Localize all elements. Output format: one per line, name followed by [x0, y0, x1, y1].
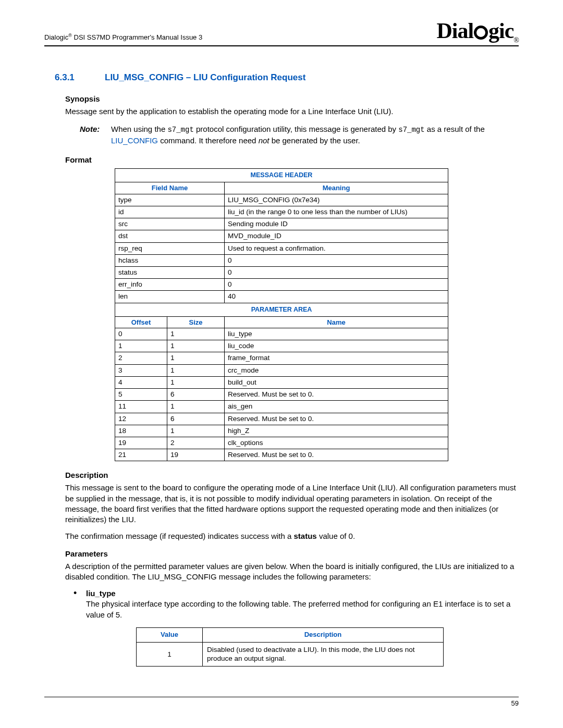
brand-logo: Dialgic® [436, 20, 519, 44]
name-cell: clk_options [225, 437, 448, 449]
table-row: 192clk_options [115, 437, 448, 449]
note-link[interactable]: LIU_CONFIG [111, 136, 158, 145]
name-cell: liu_code [225, 340, 448, 352]
table-row: hclass0 [115, 254, 448, 266]
meaning-cell: 0 [225, 254, 448, 266]
offset-cell: 5 [115, 389, 167, 401]
synopsis-heading: Synopsis [65, 94, 519, 103]
name-cell: Reserved. Must be set to 0. [225, 413, 448, 425]
field-name-cell: hclass [115, 254, 225, 266]
description-heading: Description [65, 471, 519, 479]
doc-title: Dialogic® DSI SS7MD Programmer's Manual … [44, 33, 202, 44]
note-t3: as a result of the [425, 125, 485, 133]
name-cell: build_out [225, 376, 448, 388]
table-row: typeLIU_MSG_CONFIG (0x7e34) [115, 194, 448, 206]
size-cell: 19 [167, 449, 225, 461]
field-name-cell: dst [115, 230, 225, 242]
meaning-cell: 0 [225, 279, 448, 291]
table-row: 11liu_code [115, 340, 448, 352]
section-number: 6.3.1 [55, 72, 105, 83]
field-name-cell: status [115, 266, 225, 278]
table-row: 111ais_gen [115, 401, 448, 413]
table-row: len40 [115, 291, 448, 303]
offset-cell: 4 [115, 376, 167, 388]
page-number-value: 59 [511, 699, 519, 707]
offset-cell: 11 [115, 401, 167, 413]
col-offset: Offset [115, 316, 167, 328]
note-t4: command. It therefore need [158, 136, 259, 145]
note-m2: s7_mgt [398, 126, 424, 134]
size-cell: 1 [167, 401, 225, 413]
size-cell: 1 [167, 376, 225, 388]
offset-cell: 0 [115, 328, 167, 340]
field-name-cell: err_info [115, 279, 225, 291]
table-row: 21frame_format [115, 352, 448, 364]
meaning-cell: Sending module ID [225, 218, 448, 230]
section-heading: 6.3.1 LIU_MSG_CONFIG – LIU Configuration… [55, 72, 519, 83]
desc-p2a: The confirmation message (if requested) … [65, 532, 294, 540]
liu-type-values-table: Value Description 1Disabled (used to dea… [136, 627, 444, 667]
col-name: Name [225, 316, 448, 328]
note-label: Note: [80, 124, 111, 146]
note-body: When using the s7_mgt protocol configura… [111, 124, 519, 146]
offset-cell: 12 [115, 413, 167, 425]
offset-cell: 18 [115, 425, 167, 437]
logo-o-icon [474, 26, 488, 40]
offset-cell: 21 [115, 449, 167, 461]
meaning-cell: 0 [225, 266, 448, 278]
value-cell: 1 [137, 642, 203, 666]
meaning-cell: Used to request a confirmation. [225, 242, 448, 254]
synopsis-text: Message sent by the application to estab… [65, 106, 519, 117]
table-row: 56Reserved. Must be set to 0. [115, 389, 448, 401]
note-t5: be generated by the user. [269, 136, 360, 145]
band-parameter-area: PARAMETER AREA [115, 303, 448, 316]
col-size: Size [167, 316, 225, 328]
table-row: rsp_reqUsed to request a confirmation. [115, 242, 448, 254]
parameters-intro: A description of the permitted parameter… [65, 561, 519, 583]
description-p2: The confirmation message (if requested) … [65, 531, 519, 541]
offset-cell: 3 [115, 364, 167, 376]
page-number: 59 [44, 697, 519, 707]
param-name-liu-type: liu_type [86, 589, 116, 598]
page-header: Dialogic® DSI SS7MD Programmer's Manual … [44, 20, 519, 46]
field-name-cell: id [115, 206, 225, 218]
size-cell: 1 [167, 352, 225, 364]
field-name-cell: type [115, 194, 225, 206]
size-cell: 2 [167, 437, 225, 449]
name-cell: high_Z [225, 425, 448, 437]
note-em: not [259, 136, 270, 145]
table-row: dstMVD_module_ID [115, 230, 448, 242]
note-m1: s7_mgt [167, 126, 193, 134]
col-value: Value [137, 627, 203, 642]
registered-mark: ® [68, 33, 72, 38]
logo-registered: ® [513, 36, 519, 44]
size-cell: 6 [167, 389, 225, 401]
table-row: 31crc_mode [115, 364, 448, 376]
parameters-heading: Parameters [65, 549, 519, 558]
table-row: 1Disabled (used to deactivate a LIU). In… [137, 642, 444, 666]
offset-cell: 1 [115, 340, 167, 352]
name-cell: crc_mode [225, 364, 448, 376]
meaning-cell: LIU_MSG_CONFIG (0x7e34) [225, 194, 448, 206]
desc-p2b: status [294, 532, 317, 540]
format-heading: Format [65, 155, 519, 164]
table-row: 41build_out [115, 376, 448, 388]
section-title: LIU_MSG_CONFIG – LIU Configuration Reque… [105, 72, 305, 83]
param-bullet: • liu_type The physical interface type a… [74, 588, 519, 620]
name-cell: Reserved. Must be set to 0. [225, 389, 448, 401]
name-cell: frame_format [225, 352, 448, 364]
note-t2: protocol configuration utility, this mes… [194, 125, 398, 133]
table-row: err_info0 [115, 279, 448, 291]
description-cell: Disabled (used to deactivate a LIU). In … [203, 642, 444, 666]
table-row: 01liu_type [115, 328, 448, 340]
size-cell: 1 [167, 425, 225, 437]
size-cell: 1 [167, 328, 225, 340]
size-cell: 1 [167, 340, 225, 352]
table-row: 126Reserved. Must be set to 0. [115, 413, 448, 425]
field-name-cell: src [115, 218, 225, 230]
bullet-icon: • [74, 588, 86, 620]
size-cell: 6 [167, 413, 225, 425]
note-t1: When using the [111, 125, 167, 133]
table-row: status0 [115, 266, 448, 278]
col-meaning: Meaning [225, 182, 448, 194]
